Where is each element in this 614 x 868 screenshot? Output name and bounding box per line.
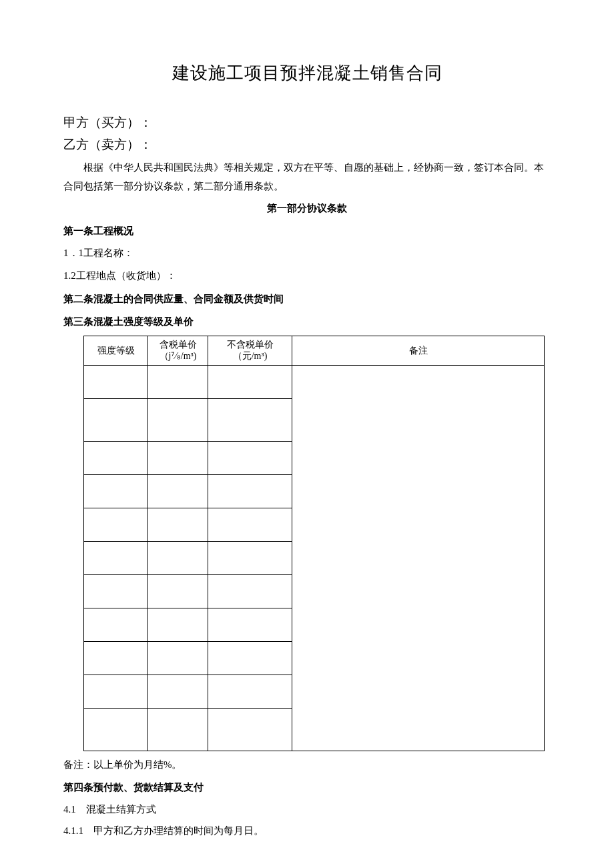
cell-notax	[208, 508, 292, 541]
cell-notax	[208, 474, 292, 508]
cell-tax	[148, 365, 208, 398]
part1-heading: 第一部分协议条款	[63, 199, 551, 218]
cell-notax	[208, 574, 292, 608]
cell-tax	[148, 574, 208, 608]
cell-tax	[148, 398, 208, 441]
cell-grade	[84, 398, 148, 441]
cell-notax	[208, 675, 292, 708]
cell-grade	[84, 441, 148, 474]
cell-notax	[208, 365, 292, 398]
cell-grade	[84, 508, 148, 541]
document-title: 建设施工项目预拌混凝土销售合同	[63, 57, 551, 89]
cell-grade	[84, 708, 148, 751]
cell-grade	[84, 641, 148, 675]
article4-line41: 4.1 混凝土结算方式	[63, 800, 551, 819]
cell-grade	[84, 675, 148, 708]
article4-heading: 第四条预付款、货款结算及支付	[63, 778, 551, 797]
cell-grade	[84, 574, 148, 608]
cell-tax	[148, 441, 208, 474]
article3-heading: 第三条混凝土强度等级及单价	[63, 312, 551, 332]
cell-notax	[208, 398, 292, 441]
cell-tax	[148, 541, 208, 574]
article1-line2: 1.2工程地点（收货地）：	[63, 266, 551, 286]
cell-tax	[148, 641, 208, 675]
th-tax-price: 含税单价（j⁷⁄₈/m³)	[148, 336, 208, 365]
cell-remark-body	[292, 365, 545, 751]
grade-price-table: 强度等级 含税单价（j⁷⁄₈/m³) 不含税单价（元/m³) 备注	[83, 336, 545, 751]
article2-heading: 第二条混凝土的合同供应量、合同金额及供货时间	[63, 290, 551, 309]
cell-notax	[208, 608, 292, 641]
cell-grade	[84, 365, 148, 398]
cell-grade	[84, 608, 148, 641]
cell-grade	[84, 474, 148, 508]
table-row	[84, 365, 545, 398]
article4-line411: 4.1.1 甲方和乙方办理结算的时间为每月日。	[63, 821, 551, 841]
cell-tax	[148, 608, 208, 641]
cell-tax	[148, 508, 208, 541]
cell-notax	[208, 641, 292, 675]
th-remark: 备注	[292, 336, 545, 365]
table-note: 备注：以上单价为月结%。	[63, 755, 551, 775]
cell-grade	[84, 541, 148, 574]
cell-tax	[148, 474, 208, 508]
cell-tax	[148, 708, 208, 751]
party-seller: 乙方（卖方）：	[63, 134, 551, 155]
party-buyer: 甲方（买方）：	[63, 112, 551, 133]
th-notax-price: 不含税单价（元/m³)	[208, 336, 292, 365]
article1-heading: 第一条工程概况	[63, 222, 551, 241]
article1-line1: 1．1工程名称：	[63, 244, 551, 263]
intro-paragraph: 根据《中华人民共和国民法典》等相关规定，双方在平等、自愿的基础上，经协商一致，签…	[63, 158, 551, 196]
th-grade: 强度等级	[84, 336, 148, 365]
cell-tax	[148, 675, 208, 708]
cell-notax	[208, 441, 292, 474]
cell-notax	[208, 541, 292, 574]
cell-notax	[208, 708, 292, 751]
table-header-row: 强度等级 含税单价（j⁷⁄₈/m³) 不含税单价（元/m³) 备注	[84, 336, 545, 365]
